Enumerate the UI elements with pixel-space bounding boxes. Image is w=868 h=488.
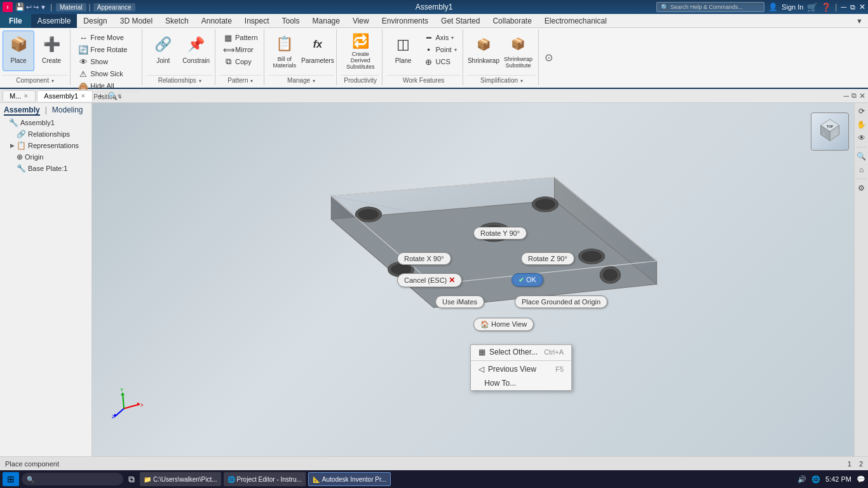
inventor-btn[interactable]: 📐 Autodesk Inventor Pr... bbox=[308, 472, 391, 486]
assemble-menu[interactable]: Assemble bbox=[31, 14, 78, 28]
constrain-icon: 📌 bbox=[185, 33, 208, 56]
rt-settings-btn[interactable]: ⚙ bbox=[856, 182, 867, 194]
tab-close-window[interactable]: ✕ bbox=[859, 92, 865, 100]
start-btn[interactable]: ⊞ bbox=[3, 472, 19, 486]
tree-item-baseplate[interactable]: 🔧 Base Plate:1 bbox=[0, 163, 92, 174]
ucs-button[interactable]: ⊕UCS bbox=[421, 56, 460, 67]
time-display[interactable]: 5:42 PM bbox=[825, 475, 851, 483]
undo-btn[interactable]: ↩ bbox=[26, 3, 32, 11]
free-rotate-button[interactable]: 🔄Free Rotate bbox=[75, 44, 130, 55]
taskview-btn[interactable]: ⧉ bbox=[126, 474, 137, 485]
explorer-btn[interactable]: 📁 C:\Users\walken\Pict... bbox=[140, 472, 221, 486]
parameters-button[interactable]: fx Parameters bbox=[302, 30, 334, 71]
close-btn[interactable]: ✕ bbox=[859, 3, 865, 11]
place-button[interactable]: 📦 Place bbox=[3, 30, 34, 71]
shrinkwrap-button[interactable]: 📦 Shrinkwrap bbox=[468, 30, 499, 71]
tab-m[interactable]: M... ✕ bbox=[3, 90, 36, 101]
rt-zoom-btn[interactable]: 🔍 bbox=[856, 151, 867, 162]
show-sick-button[interactable]: ⚠Show Sick bbox=[75, 68, 130, 79]
svg-text:Z: Z bbox=[112, 414, 115, 418]
3dmodel-menu[interactable]: 3D Model bbox=[114, 14, 159, 28]
mirror-button[interactable]: ⟺Mirror bbox=[220, 44, 261, 55]
show-button[interactable]: 👁Show bbox=[75, 56, 130, 67]
material-dropdown[interactable]: Material bbox=[56, 3, 86, 11]
search-bar[interactable]: 🔍 bbox=[22, 473, 123, 485]
sketch-menu[interactable]: Sketch bbox=[159, 14, 195, 28]
environments-menu[interactable]: Environments bbox=[376, 14, 435, 28]
tree-item-assembly1[interactable]: 🔧 Assembly1 bbox=[0, 117, 92, 128]
new-tab-btn[interactable]: + bbox=[94, 90, 107, 102]
point-button[interactable]: •Point ▾ bbox=[421, 44, 460, 55]
tab-assembly1[interactable]: Assembly1 ✕ bbox=[37, 90, 93, 102]
create-derived-button[interactable]: 🔁 Create DerivedSubstitutes bbox=[341, 30, 379, 71]
plane-button[interactable]: ◫ Plane bbox=[388, 30, 419, 71]
viewcube[interactable]: TOP L R bbox=[811, 112, 849, 151]
view-menu[interactable]: View bbox=[346, 14, 376, 28]
rotate-z-btn[interactable]: Rotate Z 90° bbox=[521, 252, 574, 265]
tab-search-btn[interactable]: 🔍 bbox=[108, 92, 118, 100]
pattern-button[interactable]: ▦Pattern bbox=[220, 32, 261, 43]
ctx-prev-view[interactable]: ◁ Previous View F5 bbox=[471, 362, 571, 376]
design-menu[interactable]: Design bbox=[77, 14, 113, 28]
ribbon-options-btn[interactable]: ⊙ bbox=[545, 51, 553, 64]
joint-button[interactable]: 🔗 Joint bbox=[147, 30, 179, 71]
axis-button[interactable]: ━Axis ▾ bbox=[421, 32, 460, 43]
tab-m-close[interactable]: ✕ bbox=[24, 93, 29, 99]
notification-btn[interactable]: 💬 bbox=[857, 475, 865, 484]
file-menu[interactable]: File bbox=[0, 14, 31, 28]
search-help[interactable]: 🔍 Search Help & Commands... bbox=[656, 2, 764, 12]
minimize-btn[interactable]: ─ bbox=[841, 3, 846, 11]
inspect-menu[interactable]: Inspect bbox=[238, 14, 276, 28]
more-tools[interactable]: ▼ bbox=[40, 4, 46, 11]
redo-btn[interactable]: ↪ bbox=[33, 3, 39, 11]
volume-icon[interactable]: 🌐 bbox=[811, 475, 820, 484]
canvas-area[interactable]: TOP L R X Y Z Rotate Y 90° bbox=[92, 103, 868, 456]
svg-marker-28 bbox=[121, 393, 125, 395]
tab-minimize[interactable]: ─ bbox=[843, 92, 849, 100]
rt-home-btn[interactable]: ⌂ bbox=[856, 164, 867, 175]
free-move-button[interactable]: ↔Free Move bbox=[75, 32, 130, 43]
tab-menu-btn[interactable]: ≡ bbox=[118, 92, 121, 99]
tree-item-relationships[interactable]: 🔗 Relationships bbox=[0, 128, 92, 140]
cancel-btn[interactable]: Cancel (ESC) ✕ bbox=[397, 273, 462, 287]
tree-item-representations[interactable]: ▶ 📋 Representations bbox=[0, 140, 92, 151]
ok-btn[interactable]: ✔ OK bbox=[512, 273, 543, 287]
restore-btn[interactable]: ⧉ bbox=[850, 3, 855, 11]
quick-save[interactable]: 💾 bbox=[15, 3, 25, 11]
rotate-y-btn[interactable]: Rotate Y 90° bbox=[473, 227, 527, 240]
place-grounded-btn[interactable]: Place Grounded at Origin bbox=[515, 295, 607, 308]
assembly-mode[interactable]: Assembly bbox=[4, 105, 40, 116]
ctx-how-to[interactable]: How To... bbox=[471, 376, 571, 390]
rotate-x-btn[interactable]: Rotate X 90° bbox=[397, 252, 451, 265]
tools-menu[interactable]: Tools bbox=[276, 14, 306, 28]
ribbon-section-simplification: 📦 Shrinkwrap 📦 ShrinkwrapSubstitute Simp… bbox=[465, 29, 539, 85]
help-icon[interactable]: ❓ bbox=[821, 3, 831, 12]
cart-icon[interactable]: 🛒 bbox=[807, 3, 817, 12]
signin-label[interactable]: Sign In bbox=[782, 3, 803, 11]
ribbon-expand[interactable]: ▼ bbox=[851, 17, 868, 25]
create-button[interactable]: ➕ Create bbox=[36, 30, 67, 71]
rt-orbit-btn[interactable]: ⟳ bbox=[856, 105, 867, 117]
rt-look-btn[interactable]: 👁 bbox=[856, 132, 867, 144]
tree-item-origin[interactable]: ⊕ Origin bbox=[0, 151, 92, 163]
show-sick-icon: ⚠ bbox=[78, 69, 88, 79]
annotate-menu[interactable]: Annotate bbox=[195, 14, 238, 28]
tab-assembly1-close[interactable]: ✕ bbox=[81, 93, 86, 99]
constrain-button[interactable]: 📌 Constrain bbox=[180, 30, 212, 71]
rt-pan-btn[interactable]: ✋ bbox=[856, 119, 867, 130]
tab-restore[interactable]: ⧉ bbox=[851, 92, 857, 100]
collaborate-menu[interactable]: Collaborate bbox=[486, 14, 538, 28]
modeling-mode[interactable]: Modeling bbox=[52, 105, 83, 116]
get-started-menu[interactable]: Get Started bbox=[435, 14, 486, 28]
bom-button[interactable]: 📋 Bill ofMaterials bbox=[269, 30, 301, 71]
electromechanical-menu[interactable]: Electromechanical bbox=[538, 14, 613, 28]
copy-button[interactable]: ⧉Copy bbox=[220, 56, 261, 67]
appearance-dropdown[interactable]: Appearance bbox=[93, 3, 135, 11]
chrome-btn[interactable]: 🌐 Project Editor - Instru... bbox=[224, 472, 306, 486]
network-icon[interactable]: 🔊 bbox=[797, 475, 806, 484]
ctx-select-other[interactable]: ▦ Select Other... Ctrl+A bbox=[471, 345, 571, 359]
home-view-btn[interactable]: 🏠 Home View bbox=[473, 318, 534, 331]
use-imates-btn[interactable]: Use iMates bbox=[435, 295, 484, 308]
shrinkwrap-sub-button[interactable]: 📦 ShrinkwrapSubstitute bbox=[501, 30, 536, 71]
manage-menu[interactable]: Manage bbox=[306, 14, 346, 28]
